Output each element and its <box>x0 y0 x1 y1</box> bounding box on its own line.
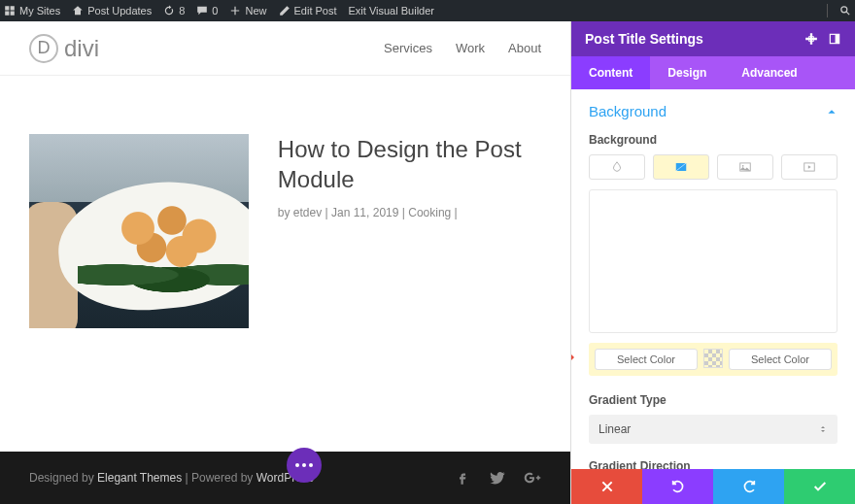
svg-rect-3 <box>836 34 839 43</box>
gradient-type-select[interactable]: Linear <box>589 415 838 444</box>
tab-content[interactable]: Content <box>571 56 650 89</box>
gradient-icon <box>673 160 689 174</box>
label-background: Background <box>589 133 838 147</box>
admin-edit-post[interactable]: Edit Post <box>279 5 337 17</box>
separator <box>827 4 828 17</box>
panel-actions <box>571 469 855 504</box>
image-icon <box>737 160 753 174</box>
gradient-color-2[interactable]: Select Color <box>729 349 832 370</box>
cancel-button[interactable] <box>571 469 642 504</box>
search-icon <box>839 5 851 17</box>
redo-icon <box>741 479 757 494</box>
panel-tabs: Content Design Advanced <box>571 56 855 89</box>
label-gradient-direction: Gradient Direction <box>589 459 838 469</box>
expand-icon[interactable] <box>828 32 841 46</box>
annotation-callout: 1 <box>571 345 587 368</box>
wp-admin-bar: My Sites Post Updates 8 0 New Edit Post … <box>0 0 855 21</box>
admin-label: Exit Visual Builder <box>349 5 434 17</box>
comment-icon <box>196 5 208 17</box>
admin-new[interactable]: New <box>229 5 266 17</box>
twitter-icon[interactable] <box>489 469 506 487</box>
refresh-icon <box>163 5 175 17</box>
label-gradient-type: Gradient Type <box>589 393 838 407</box>
bg-tab-gradient[interactable] <box>653 154 709 180</box>
home-icon <box>72 5 84 17</box>
plus-icon <box>229 5 241 17</box>
bg-tab-image[interactable] <box>717 154 773 180</box>
drag-icon[interactable] <box>804 32 818 46</box>
svg-point-0 <box>841 7 847 13</box>
pencil-icon <box>279 5 291 17</box>
googleplus-icon[interactable] <box>524 469 541 487</box>
post-image[interactable] <box>29 134 249 328</box>
builder-fab[interactable] <box>287 448 322 483</box>
site-header: D divi Services Work About <box>0 21 570 76</box>
panel-title-bar: Post Title Settings <box>571 21 855 56</box>
admin-comments[interactable]: 0 <box>196 5 218 17</box>
nav-about[interactable]: About <box>508 41 541 55</box>
tab-advanced[interactable]: Advanced <box>724 56 814 89</box>
comment-count: 0 <box>212 5 218 17</box>
panel-body[interactable]: Background Background 1 Select Color Sel… <box>571 89 855 469</box>
logo-mark: D <box>29 34 58 63</box>
admin-updates[interactable]: 8 <box>163 5 185 17</box>
admin-label: My Sites <box>19 5 60 17</box>
logo-text: divi <box>64 35 99 62</box>
admin-my-sites[interactable]: My Sites <box>4 5 60 17</box>
nav-work[interactable]: Work <box>456 41 485 55</box>
site-preview: D divi Services Work About How to Design… <box>0 21 570 504</box>
admin-label: Post Updates <box>87 5 152 17</box>
video-icon <box>802 160 817 174</box>
undo-icon <box>670 479 686 494</box>
droplet-icon <box>609 160 625 174</box>
post-meta: by etdev | Jan 11, 2019 | Cooking | <box>278 206 541 219</box>
save-button[interactable] <box>784 469 855 504</box>
admin-exit-builder[interactable]: Exit Visual Builder <box>349 5 434 17</box>
nav-services[interactable]: Services <box>384 41 432 55</box>
check-icon <box>812 479 828 494</box>
post-module: How to Design the Post Module by etdev |… <box>0 76 570 452</box>
admin-label: Edit Post <box>294 5 337 17</box>
primary-nav: Services Work About <box>384 41 541 55</box>
chevron-up-icon <box>826 106 838 118</box>
social-links <box>454 469 541 487</box>
svg-point-6 <box>742 165 744 167</box>
footer-link-et[interactable]: Elegant Themes <box>97 471 182 485</box>
bg-tab-color[interactable] <box>589 154 645 180</box>
gradient-color-row: 1 Select Color Select Color <box>589 343 838 376</box>
gradient-color-1[interactable]: Select Color <box>595 349 698 370</box>
swatch-transparent[interactable] <box>703 349 723 368</box>
undo-button[interactable] <box>642 469 713 504</box>
tab-design[interactable]: Design <box>650 56 724 89</box>
post-date: Jan 11, 2019 <box>331 206 398 219</box>
update-count: 8 <box>179 5 185 17</box>
bg-tab-video[interactable] <box>781 154 838 180</box>
settings-panel: Post Title Settings Content Design Advan… <box>570 21 855 504</box>
redo-button[interactable] <box>713 469 784 504</box>
section-background-toggle[interactable]: Background <box>589 103 838 119</box>
admin-label: New <box>245 5 266 17</box>
panel-title-text: Post Title Settings <box>585 31 703 47</box>
background-type-tabs <box>589 154 838 180</box>
gradient-preview <box>589 189 838 333</box>
sites-icon <box>4 5 16 17</box>
post-category[interactable]: Cooking <box>408 206 451 219</box>
logo[interactable]: D divi <box>29 34 99 63</box>
site-footer: Designed by Elegant Themes | Powered by … <box>0 452 570 504</box>
post-title[interactable]: How to Design the Post Module <box>278 134 541 194</box>
facebook-icon[interactable] <box>454 469 471 487</box>
close-icon <box>599 479 615 494</box>
post-author[interactable]: etdev <box>293 206 322 219</box>
section-title: Background <box>589 103 667 119</box>
admin-post-updates[interactable]: Post Updates <box>72 5 152 17</box>
updown-icon <box>818 423 828 435</box>
admin-search[interactable] <box>839 5 851 17</box>
